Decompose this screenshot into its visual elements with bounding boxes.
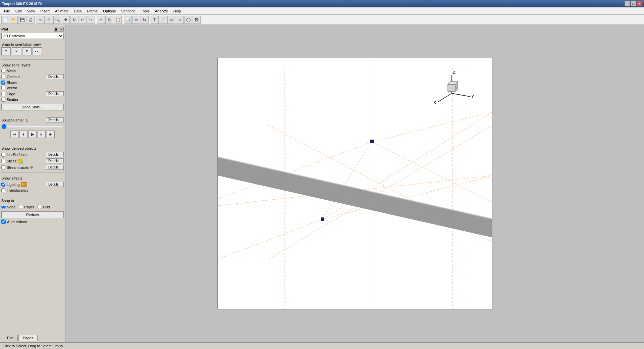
maximize-button[interactable]: □ <box>631 1 636 6</box>
rotate-tool[interactable]: ↻ <box>70 16 78 24</box>
snap-z-button[interactable]: Z <box>22 47 32 55</box>
play-button[interactable]: ▶ <box>29 131 37 138</box>
rect-tool[interactable]: ▭ <box>167 16 175 24</box>
contour-details-button[interactable]: Details... <box>46 74 64 79</box>
minimize-button[interactable]: ─ <box>625 1 630 6</box>
lighting-details-button[interactable]: Details... <box>46 182 64 187</box>
menu-item-frame[interactable]: Frame <box>84 8 100 14</box>
snap-y-button[interactable]: Y <box>1 47 11 55</box>
save-button[interactable]: 💾 <box>18 16 26 24</box>
cut-button[interactable]: ✂ <box>97 16 105 24</box>
shade-checkbox[interactable] <box>1 81 5 85</box>
plot-header-controls: ▣ ✕ <box>54 27 64 32</box>
lighting-checkbox[interactable] <box>1 183 5 187</box>
vector-checkbox[interactable] <box>1 86 5 90</box>
slices-checkbox[interactable] <box>1 159 5 163</box>
canvas-area[interactable]: .dash-line { stroke: rgba(255,150,80,0.6… <box>65 25 644 342</box>
copy-button[interactable]: ⎘ <box>105 16 113 24</box>
snap-x-button[interactable]: X <box>12 47 21 55</box>
snap-grid-radio[interactable] <box>38 205 42 209</box>
line-tool[interactable]: / <box>159 16 167 24</box>
svg-line-2 <box>268 125 492 259</box>
select-tool[interactable]: ↖ <box>37 16 45 24</box>
circle-tool[interactable]: ◯ <box>184 16 192 24</box>
solution-details-button[interactable]: Details... <box>46 117 64 122</box>
probe-tool[interactable]: ⊕ <box>45 16 53 24</box>
formula-button[interactable]: fx <box>141 16 149 24</box>
menu-item-animate[interactable]: Animate <box>52 8 71 14</box>
menu-item-insert[interactable]: Insert <box>38 8 52 14</box>
solution-time-value: 1 <box>26 118 28 122</box>
skip-start-button[interactable]: ⏮ <box>10 131 18 138</box>
coord-system-select[interactable]: 3D Cartesian2D CartesianPolar Line <box>1 33 64 39</box>
print-button[interactable]: 🖨 <box>26 16 35 24</box>
menu-item-tools[interactable]: Tools <box>138 8 152 14</box>
redo-button[interactable]: ↪ <box>87 16 95 24</box>
tab-pages[interactable]: Pages <box>18 335 38 341</box>
paste-button[interactable]: 📋 <box>114 16 122 24</box>
prev-button[interactable]: ⏴ <box>19 131 28 138</box>
svg-line-1 <box>218 176 492 206</box>
text-tool[interactable]: T <box>151 16 159 24</box>
snap-xyz-button[interactable]: XYZ <box>33 47 42 55</box>
edge-checkbox[interactable] <box>1 92 5 96</box>
lighting-color-swatch[interactable] <box>21 182 26 187</box>
menu-item-options[interactable]: Options <box>100 8 118 14</box>
menu-item-scripting[interactable]: Scripting <box>118 8 138 14</box>
image-tool[interactable]: 🖼 <box>193 16 201 24</box>
translate-tool[interactable]: ✥ <box>62 16 70 24</box>
edge-row: Edge Details... <box>1 91 64 96</box>
status-text: Click to Select, Drag to Select Group <box>3 344 63 348</box>
zoom-tool[interactable]: 🔍 <box>53 16 61 24</box>
tab-plot[interactable]: Plot <box>3 335 18 341</box>
svg-line-8 <box>218 219 323 259</box>
zone-style-button[interactable]: Zone Style... <box>1 104 64 110</box>
close-button[interactable]: ✕ <box>637 1 642 6</box>
ellipse-tool[interactable]: ○ <box>176 16 184 24</box>
isosurfaces-label: Iso-Surfaces <box>7 153 28 157</box>
new-button[interactable]: 📄 <box>1 16 9 24</box>
interpolate-button[interactable]: ⥤ <box>132 16 140 24</box>
auto-redraw-checkbox[interactable] <box>1 219 6 224</box>
menu-item-analyze[interactable]: Analyze <box>152 8 171 14</box>
contour-checkbox[interactable] <box>1 75 5 79</box>
mesh-checkbox[interactable] <box>1 69 5 73</box>
slices-row: Slices Details... <box>1 158 64 163</box>
slices-details-button[interactable]: Details... <box>46 158 64 163</box>
plot-close-button[interactable]: ✕ <box>59 27 64 32</box>
slices-color-swatch[interactable] <box>18 159 23 163</box>
streamtraces-icon[interactable]: ⊙ <box>30 165 33 169</box>
scatter-checkbox[interactable] <box>1 98 5 102</box>
streamtraces-checkbox[interactable] <box>1 165 5 169</box>
redraw-button[interactable]: Redraw <box>1 211 64 218</box>
snap-paper-radio[interactable] <box>19 205 23 209</box>
mesh-label: Mesh <box>7 69 16 73</box>
undo-button[interactable]: ↩ <box>78 16 87 24</box>
menu-item-help[interactable]: Help <box>171 8 184 14</box>
snap-none-radio[interactable] <box>1 205 6 209</box>
svg-line-6 <box>218 142 372 199</box>
axis-indicator: Z Y X <box>428 68 475 115</box>
time-slider[interactable] <box>1 124 64 129</box>
edge-details-button[interactable]: Details... <box>46 91 64 96</box>
translucency-label: Translucency <box>7 188 29 192</box>
svg-line-17 <box>438 93 452 102</box>
menu-item-file[interactable]: File <box>1 8 13 14</box>
next-button[interactable]: ⏵ <box>38 131 46 138</box>
svg-line-7 <box>372 112 492 142</box>
isosurfaces-checkbox[interactable] <box>1 153 5 157</box>
streamtraces-details-button[interactable]: Details... <box>46 165 64 170</box>
menu-item-view[interactable]: View <box>24 8 38 14</box>
isosurfaces-details-button[interactable]: Details... <box>46 152 64 157</box>
plot-canvas[interactable]: .dash-line { stroke: rgba(255,150,80,0.6… <box>217 58 492 309</box>
skip-end-button[interactable]: ⏭ <box>47 131 55 138</box>
open-button[interactable]: 📂 <box>10 16 18 24</box>
solution-time-label: Solution time: <box>1 118 24 122</box>
menu-item-data[interactable]: Data <box>71 8 84 14</box>
control-point-2[interactable] <box>321 217 324 221</box>
menu-item-edit[interactable]: Edit <box>13 8 24 14</box>
plot-restore-button[interactable]: ▣ <box>54 27 58 32</box>
data-button[interactable]: 📊 <box>124 16 132 24</box>
translucency-checkbox[interactable] <box>1 188 5 192</box>
control-point-1[interactable] <box>370 140 374 143</box>
